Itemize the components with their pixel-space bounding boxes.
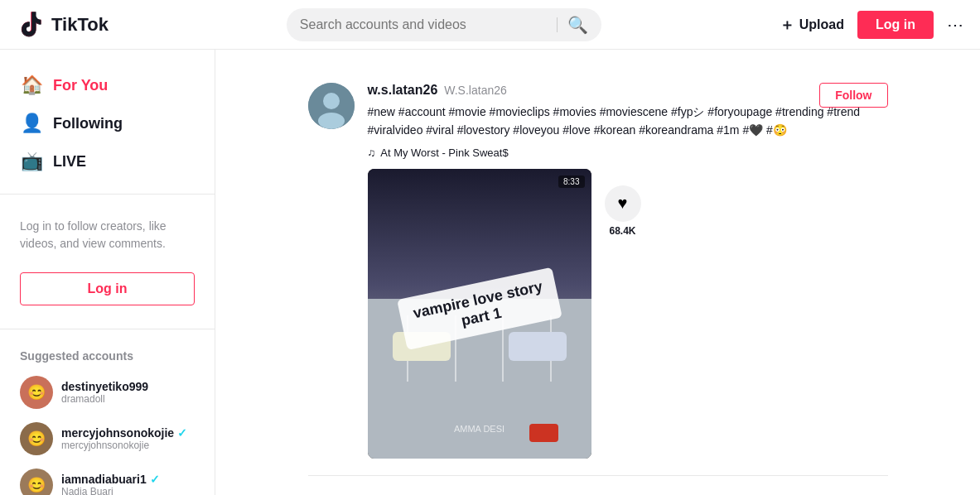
post-description: #new #account #movie #movieclips #movies… [368, 103, 888, 140]
svg-point-1 [323, 93, 340, 109]
video-feed: w.s.latan26 W.S.latan26 #new #account #m… [308, 66, 888, 476]
post-music: ♫ At My Worst - Pink Sweat$ [368, 147, 888, 159]
sidebar-divider-2 [0, 329, 215, 329]
sidebar-item-live[interactable]: 📺 LIVE [0, 142, 215, 180]
upload-icon: ＋ [780, 15, 794, 35]
video-watermark: AMMA DESI [454, 424, 504, 434]
post-handle: W.S.latan26 [444, 84, 507, 97]
heart-icon: ♥ [605, 185, 641, 222]
music-note-icon: ♫ [368, 147, 376, 159]
post-media-row: vampire love story part 1 AMMA DESI 8:33… [368, 169, 888, 459]
suggested-account-destinyetiko999[interactable]: 😊 destinyetiko999 dramadoll [0, 369, 215, 416]
logo-text: TikTok [51, 14, 109, 36]
post-avatar[interactable] [308, 83, 355, 129]
account-info: destinyetiko999 dramadoll [61, 380, 195, 405]
sidebar-nav: 🏠 For You 👤 Following 📺 LIVE [0, 66, 215, 180]
post-username[interactable]: w.s.latan26 [368, 83, 438, 98]
search-icon[interactable]: 🔍 [567, 15, 588, 35]
logo[interactable]: TikTok [17, 10, 109, 40]
avatar: 😊 [20, 469, 53, 493]
post-body: w.s.latan26 W.S.latan26 #new #account #m… [368, 83, 888, 459]
more-options-button[interactable]: ⋯ [947, 15, 963, 35]
account-info: mercyjohnsonokojie ✓ mercyjohnsonokojie [61, 426, 195, 451]
post-actions: ♥ 68.4K [605, 169, 641, 459]
suggested-account-iamnadiabuari1[interactable]: 😊 iamnadiabuari1 ✓ Nadia Buari [0, 462, 215, 493]
search-divider [557, 17, 558, 32]
avatar: 😊 [20, 422, 53, 455]
search-input[interactable] [300, 17, 547, 32]
avatar: 😊 [20, 376, 53, 409]
account-info: iamnadiabuari1 ✓ Nadia Buari [61, 473, 195, 493]
car-2 [509, 332, 567, 361]
follow-button[interactable]: Follow [819, 83, 887, 108]
sidebar-item-label-live: LIVE [53, 153, 86, 171]
music-text: At My Worst - Pink Sweat$ [380, 147, 508, 159]
suggested-account-mercyjohnsonokojie[interactable]: 😊 mercyjohnsonokojie ✓ mercyjohnsonokoji… [0, 416, 215, 462]
tiktok-logo-icon [17, 10, 46, 40]
follow-label: Follow [835, 89, 871, 102]
login-prompt: Log in to follow creators, like videos, … [0, 208, 215, 262]
live-icon: 📺 [20, 151, 43, 172]
video-post: w.s.latan26 W.S.latan26 #new #account #m… [308, 66, 888, 476]
more-icon: ⋯ [947, 16, 963, 34]
sidebar-item-label-following: Following [53, 115, 123, 132]
account-display-name: Nadia Buari [61, 486, 195, 493]
sidebar-login-label: Log in [88, 281, 128, 296]
video-duration-badge: 8:33 [558, 175, 584, 188]
motorcycle [529, 424, 558, 442]
upload-button[interactable]: ＋ Upload [780, 15, 844, 35]
login-label: Log in [876, 17, 915, 31]
sidebar: 🏠 For You 👤 Following 📺 LIVE Log in to f… [0, 50, 215, 493]
account-username: destinyetiko999 [61, 380, 195, 393]
main-layout: 🏠 For You 👤 Following 📺 LIVE Log in to f… [0, 50, 980, 493]
verified-icon: ✓ [150, 473, 160, 486]
account-username: iamnadiabuari1 ✓ [61, 473, 195, 486]
sidebar-item-following[interactable]: 👤 Following [0, 104, 215, 142]
verified-icon: ✓ [177, 426, 187, 440]
video-thumbnail[interactable]: vampire love story part 1 AMMA DESI 8:33 [368, 169, 591, 459]
svg-point-2 [318, 113, 345, 129]
header: TikTok 🔍 ＋ Upload Log in ⋯ [0, 0, 980, 50]
account-display-name: dramadoll [61, 393, 195, 405]
account-username: mercyjohnsonokojie ✓ [61, 426, 195, 440]
sidebar-divider [0, 194, 215, 195]
main-content: w.s.latan26 W.S.latan26 #new #account #m… [215, 50, 980, 493]
sidebar-login-button[interactable]: Log in [20, 272, 195, 305]
home-icon: 🏠 [20, 74, 43, 96]
account-display-name: mercyjohnsonokojie [61, 440, 195, 451]
login-button[interactable]: Log in [857, 11, 934, 39]
likes-count: 68.4K [609, 225, 635, 237]
sidebar-item-label-for-you: For You [53, 77, 108, 94]
like-button[interactable]: ♥ 68.4K [605, 185, 641, 237]
sidebar-item-for-you[interactable]: 🏠 For You [0, 66, 215, 104]
upload-label: Upload [799, 17, 844, 32]
person-icon: 👤 [20, 113, 43, 134]
header-right: ＋ Upload Log in ⋯ [780, 11, 963, 39]
search-bar[interactable]: 🔍 [287, 8, 601, 41]
post-header: w.s.latan26 W.S.latan26 [368, 83, 888, 98]
suggested-accounts-title: Suggested accounts [0, 343, 215, 369]
